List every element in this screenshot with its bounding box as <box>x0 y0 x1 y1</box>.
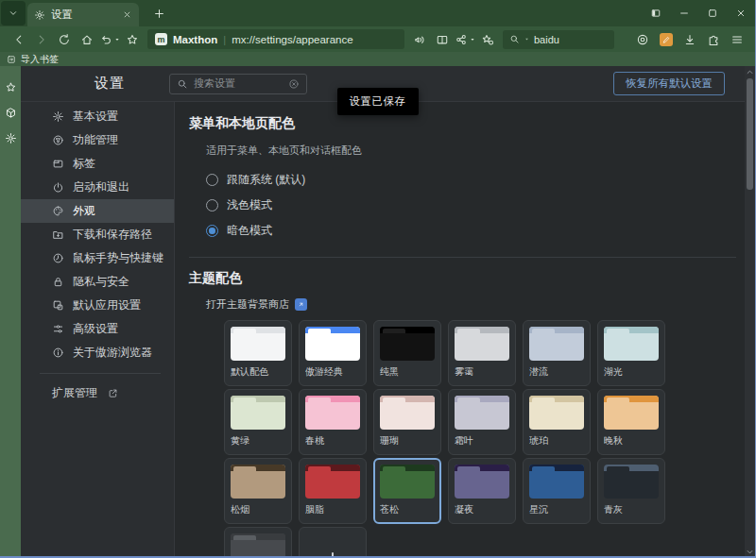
star-icon <box>126 33 139 46</box>
theme-swatch-3[interactable]: 纯黑 <box>373 320 441 386</box>
star-button[interactable] <box>121 29 144 50</box>
home-button[interactable] <box>76 29 98 50</box>
theme-swatch-5[interactable]: 潜流 <box>523 320 591 386</box>
theme-swatch-13[interactable]: 松烟 <box>224 458 292 524</box>
theme-name: 珊瑚 <box>380 434 435 448</box>
theme-preview <box>380 396 435 430</box>
rail-cube-button[interactable] <box>1 103 20 122</box>
import-bookmarks-label[interactable]: 导入书签 <box>21 53 59 66</box>
refresh-button[interactable] <box>53 29 76 50</box>
minimize-button[interactable] <box>670 0 698 26</box>
camera-button[interactable] <box>632 29 653 50</box>
back-button[interactable] <box>8 29 30 50</box>
share-button[interactable] <box>454 29 476 50</box>
external-link-icon <box>108 388 118 398</box>
search-engine-caret-icon[interactable] <box>524 36 530 42</box>
sidebar-item-9[interactable]: 默认应用设置 <box>21 294 174 317</box>
theme-swatch-8[interactable]: 春桃 <box>299 389 367 455</box>
sidebar-item-6[interactable]: 下载和保存路径 <box>21 223 174 246</box>
quick-search-box[interactable]: baidu <box>503 30 614 49</box>
theme-swatch-12[interactable]: 晚秋 <box>597 389 665 455</box>
radio-unchecked-icon[interactable] <box>206 199 218 211</box>
new-tab-button[interactable] <box>147 2 170 25</box>
rail-star-button[interactable] <box>1 77 20 96</box>
maximize-button[interactable] <box>698 0 727 26</box>
sidebar-item-4[interactable]: 启动和退出 <box>21 176 174 199</box>
hamburger-button[interactable] <box>727 29 747 50</box>
theme-swatch-4[interactable]: 雾霭 <box>448 320 516 386</box>
download-button[interactable] <box>679 29 700 50</box>
sidebar-item-5[interactable]: 外观 <box>21 199 174 223</box>
browser-window: 设置 m Maxthon | mx://settings/appearance … <box>0 0 756 558</box>
tab-close-icon[interactable] <box>122 9 132 20</box>
sidebar-item-10[interactable]: 高级设置 <box>21 317 174 341</box>
theme-swatch-7[interactable]: 黄绿 <box>224 389 292 455</box>
theme-swatch-14[interactable]: 胭脂 <box>299 458 367 524</box>
tab-list-button[interactable] <box>1 1 26 25</box>
theme-swatch-6[interactable]: 湖光 <box>597 320 665 386</box>
funnel-icon <box>52 134 64 146</box>
power-icon <box>52 181 64 194</box>
theme-swatch-2[interactable]: 傲游经典 <box>299 320 367 386</box>
gear-icon <box>5 132 17 144</box>
radio-option-1[interactable]: 跟随系统 (默认) <box>206 167 736 193</box>
forward-button[interactable] <box>30 29 53 50</box>
sidebar-item-8[interactable]: 隐私与安全 <box>21 270 174 294</box>
theme-name: 默认配色 <box>231 365 285 379</box>
theme-name: 纯黑 <box>380 365 435 379</box>
puzzle-button[interactable] <box>703 29 724 50</box>
add-theme-button[interactable] <box>299 527 367 558</box>
radio-checked-icon[interactable] <box>206 225 218 237</box>
scrollbar[interactable] <box>745 66 755 558</box>
sidebar-item-extensions[interactable]: 扩展管理 <box>21 381 174 405</box>
radio-unchecked-icon[interactable] <box>206 174 218 186</box>
sidebar-item-7[interactable]: 鼠标手势与快捷键 <box>21 246 174 270</box>
sidebar-item-11[interactable]: 关于傲游浏览器 <box>21 341 174 364</box>
scrollbar-up-icon[interactable] <box>745 67 755 77</box>
address-bar[interactable]: m Maxthon | mx://settings/appearance <box>147 29 404 49</box>
theme-swatch-15[interactable]: 苍松 <box>373 458 441 524</box>
theme-swatch-17[interactable]: 星沉 <box>523 458 591 524</box>
scrollbar-thumb[interactable] <box>747 78 753 190</box>
theme-preview <box>604 465 659 499</box>
theme-preview <box>529 396 584 430</box>
theme-preview <box>455 396 509 430</box>
lock-icon <box>52 276 64 288</box>
theme-swatch-18[interactable]: 青灰 <box>597 458 665 524</box>
menu-divider <box>40 373 161 374</box>
close-button[interactable] <box>727 0 755 26</box>
theme-swatch-16[interactable]: 凝夜 <box>448 458 516 524</box>
radio-option-2[interactable]: 浅色模式 <box>206 193 736 218</box>
split-view-button[interactable] <box>431 29 454 50</box>
note-button[interactable] <box>656 29 677 50</box>
sidebar-item-1[interactable]: 基本设置 <box>21 105 174 128</box>
star-gear-button[interactable] <box>476 29 499 50</box>
note-icon <box>660 33 673 46</box>
theme-preview <box>604 327 659 361</box>
tab-settings[interactable]: 设置 <box>27 3 139 26</box>
home-icon <box>80 33 94 46</box>
undo-caret-icon[interactable] <box>113 36 121 43</box>
sidebar-item-2[interactable]: 功能管理 <box>21 128 174 152</box>
restore-defaults-button[interactable]: 恢复所有默认设置 <box>613 72 725 95</box>
theme-swatch-1[interactable]: 默认配色 <box>224 320 292 386</box>
theme-swatch-11[interactable]: 琥珀 <box>523 389 591 455</box>
import-bookmarks-icon <box>7 55 16 64</box>
win-layout-button[interactable] <box>642 0 670 26</box>
sidebar-item-3[interactable]: 标签 <box>21 152 174 176</box>
theme-swatch-10[interactable]: 霜叶 <box>448 389 516 455</box>
theme-swatch-9[interactable]: 珊瑚 <box>373 389 441 455</box>
theme-swatch-19[interactable]: 暗夜 <box>224 527 292 558</box>
rail-gear-button[interactable] <box>1 128 20 147</box>
theme-store-link[interactable]: 打开主题背景商店 <box>206 297 736 312</box>
clear-search-icon[interactable] <box>288 78 300 90</box>
radio-option-3[interactable]: 暗色模式 <box>206 218 736 244</box>
settings-search-input[interactable]: 搜索设置 <box>169 74 307 94</box>
undo-button[interactable] <box>98 29 121 50</box>
toolbar: m Maxthon | mx://settings/appearance bai… <box>0 26 755 52</box>
read-aloud-button[interactable] <box>408 29 431 50</box>
share-caret-icon[interactable] <box>469 36 476 43</box>
scrollbar-down-icon[interactable] <box>745 547 755 557</box>
theme-name: 春桃 <box>305 434 360 448</box>
theme-name: 松烟 <box>231 503 285 516</box>
